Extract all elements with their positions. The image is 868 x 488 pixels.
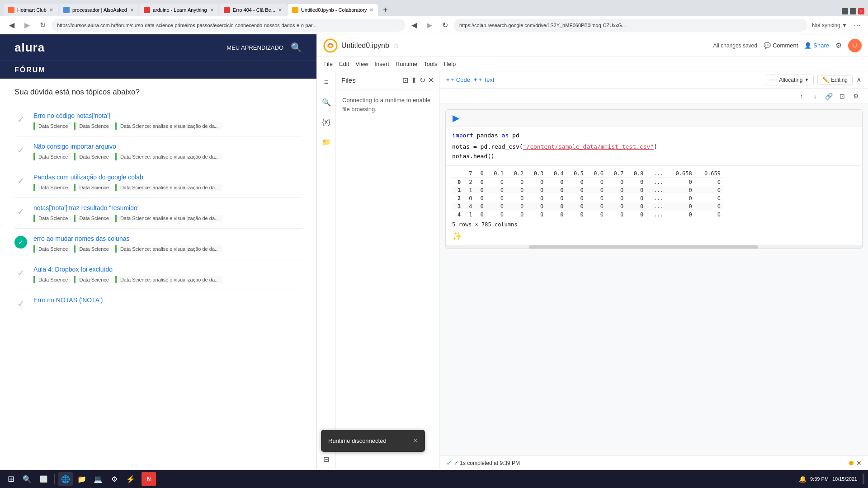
- browser-extensions[interactable]: Not syncing ▼: [810, 22, 849, 28]
- allocating-dots-icon: ⋯: [771, 76, 777, 84]
- row-0-7: 2: [463, 178, 475, 187]
- files-refresh-icon[interactable]: ↻: [420, 76, 425, 84]
- forum-item-7: ✓ Erro no NOTAS ('NOTA'): [14, 290, 302, 316]
- forum-title-3[interactable]: Pandas com utilização do google colab: [33, 174, 302, 181]
- comment-button[interactable]: 💬 Comment: [764, 42, 798, 49]
- forum-item-5: ✓ erro ao mudar nomes das colunas Data S…: [14, 229, 302, 259]
- taskbar-explorer-icon[interactable]: 📁: [75, 472, 89, 486]
- files-upload-icon[interactable]: ⬆: [411, 76, 417, 84]
- browser-tab-3[interactable]: arduino - Learn Anything ✕: [139, 4, 218, 16]
- magic-wand-icon[interactable]: ✨: [452, 231, 462, 241]
- forward-button[interactable]: ▶: [21, 19, 33, 32]
- sidebar-icon-terminal[interactable]: ⊟: [319, 452, 334, 466]
- cell-tool-link[interactable]: 🔗: [823, 90, 835, 102]
- browser-tab-5[interactable]: Untitled0.ipynb - Colaboratory ✕: [288, 4, 378, 16]
- refresh-button[interactable]: ↻: [36, 19, 49, 32]
- files-close-icon[interactable]: ✕: [428, 76, 434, 84]
- cell-tool-settings[interactable]: ⚙: [850, 90, 862, 102]
- svg-point-0: [324, 39, 337, 52]
- toolbar-collapse-button[interactable]: ∧: [856, 75, 862, 84]
- browser-menu[interactable]: ⋯: [852, 21, 863, 29]
- add-code-button[interactable]: + + Code: [446, 76, 470, 83]
- star-icon[interactable]: ☆: [393, 41, 399, 50]
- taskbar-search-icon[interactable]: 🔍: [20, 472, 34, 486]
- sidebar-icon-files[interactable]: 📁: [319, 135, 334, 149]
- alura-search-icon[interactable]: 🔍: [291, 42, 302, 53]
- forum-title-4[interactable]: notas['nota'] traz resultado "resumido": [33, 204, 302, 211]
- tab1-close[interactable]: ✕: [49, 7, 53, 13]
- tag-2-3: Data Science: analise e visualização de …: [115, 153, 222, 160]
- address-bar-left[interactable]: https://cursos.alura.com.br/forum/curso-…: [52, 19, 405, 32]
- sidebar-icon-search[interactable]: 🔍: [319, 95, 334, 109]
- colab-nav-refresh[interactable]: ↻: [439, 19, 451, 32]
- settings-icon[interactable]: ⚙: [835, 41, 842, 50]
- menu-tools[interactable]: Tools: [424, 61, 437, 67]
- back-button[interactable]: ◀: [5, 19, 18, 32]
- menu-insert[interactable]: Insert: [374, 61, 389, 67]
- alura-nav-aprendizado[interactable]: MEU APRENDIZADO: [226, 44, 283, 51]
- colab-nav-back[interactable]: ◀: [408, 19, 420, 32]
- new-tab-button[interactable]: +: [379, 4, 392, 16]
- tab3-close[interactable]: ✕: [210, 7, 214, 13]
- pencil-icon: ✏️: [822, 77, 829, 83]
- forum-title-7[interactable]: Erro no NOTAS ('NOTA'): [33, 296, 302, 304]
- tab4-close[interactable]: ✕: [278, 7, 282, 13]
- cell-tool-down[interactable]: ↓: [809, 90, 821, 102]
- taskbar-browser-icon[interactable]: 🌐: [58, 472, 73, 486]
- sidebar-icon-menu[interactable]: ≡: [319, 75, 334, 89]
- col-header-04: 0.4: [546, 169, 566, 178]
- cell-tool-up[interactable]: ↑: [796, 90, 807, 102]
- taskbar-show-desktop[interactable]: [863, 474, 864, 484]
- cell-tool-frame[interactable]: ⊡: [836, 90, 848, 102]
- maximize-button[interactable]: [850, 8, 856, 14]
- allocating-button[interactable]: ⋯ Allocating ▼: [766, 75, 814, 85]
- tab2-close[interactable]: ✕: [130, 7, 134, 13]
- menu-file[interactable]: File: [323, 61, 333, 67]
- forum-title-5[interactable]: erro ao mudar nomes das colunas: [33, 235, 302, 242]
- menu-view[interactable]: View: [355, 61, 368, 67]
- run-button[interactable]: ▶: [449, 112, 462, 124]
- tag-1-1: Data Science: [33, 122, 71, 130]
- menu-help[interactable]: Help: [444, 61, 456, 67]
- tab4-label: Erro 404 - Clã Be...: [233, 7, 275, 13]
- row-0-02: 0: [506, 178, 526, 187]
- section-title: Sua dúvida está nos tópicos abaixo?: [14, 88, 302, 97]
- browser-tab-2[interactable]: processador | AlsoAsked ✕: [59, 4, 138, 16]
- taskbar-app-icon-1[interactable]: N: [142, 472, 156, 486]
- add-text-button[interactable]: + + Text: [474, 76, 494, 83]
- editing-button[interactable]: ✏️ Editing: [817, 75, 853, 85]
- browser-tab-1[interactable]: Hotmart Club ✕: [4, 4, 58, 16]
- tag-3-1: Data Science: [33, 184, 71, 191]
- colab-nav-forward[interactable]: ▶: [423, 19, 436, 32]
- close-window-button[interactable]: ✕: [858, 8, 864, 14]
- taskbar-notif-icon[interactable]: 🔔: [799, 475, 807, 483]
- files-new-folder-icon[interactable]: ⊡: [402, 76, 408, 84]
- minimize-button[interactable]: —: [842, 8, 848, 14]
- forum-title-1[interactable]: Erro no código notas['nota']: [33, 112, 302, 119]
- col-header-dots: ...: [646, 169, 666, 178]
- tag-4-3: Data Science: analise e visualização de …: [115, 215, 222, 222]
- status-close-icon[interactable]: ✕: [856, 460, 862, 467]
- toast-close-button[interactable]: ×: [413, 436, 418, 446]
- menu-runtime[interactable]: Runtime: [396, 61, 417, 67]
- forum-title-2[interactable]: Não consigo importar arquivo: [33, 143, 302, 150]
- tab5-close[interactable]: ✕: [369, 7, 373, 13]
- forum-title-6[interactable]: Aula 4: Dropbox foi excluído: [33, 266, 302, 273]
- sidebar-icon-code[interactable]: {x}: [319, 115, 334, 129]
- share-button[interactable]: 👤 Share: [804, 42, 829, 49]
- browser-tab-4[interactable]: Erro 404 - Clã Be... ✕: [219, 4, 287, 16]
- taskbar-lightning-icon[interactable]: ⚡: [123, 472, 138, 486]
- taskbar-task-view-icon[interactable]: ⬜: [36, 472, 51, 486]
- output-scrollbar[interactable]: [446, 245, 862, 249]
- code-cell: ▶ import pandas as pd notas = pd.read_cs…: [445, 109, 863, 249]
- comment-label: Comment: [773, 42, 798, 49]
- taskbar-settings-icon[interactable]: ⚙: [107, 472, 122, 486]
- alura-forum-bar: FÓRUM: [0, 61, 316, 79]
- row-2-idx: 2: [452, 194, 463, 202]
- status-check-icon: ✓: [446, 459, 452, 467]
- taskbar-code-icon[interactable]: 💻: [91, 472, 105, 486]
- user-avatar[interactable]: U: [848, 39, 862, 52]
- menu-edit[interactable]: Edit: [339, 61, 349, 67]
- address-bar-right[interactable]: https://colab.research.google.com/drive/…: [454, 19, 807, 32]
- taskbar-start-icon[interactable]: ⊞: [4, 472, 18, 486]
